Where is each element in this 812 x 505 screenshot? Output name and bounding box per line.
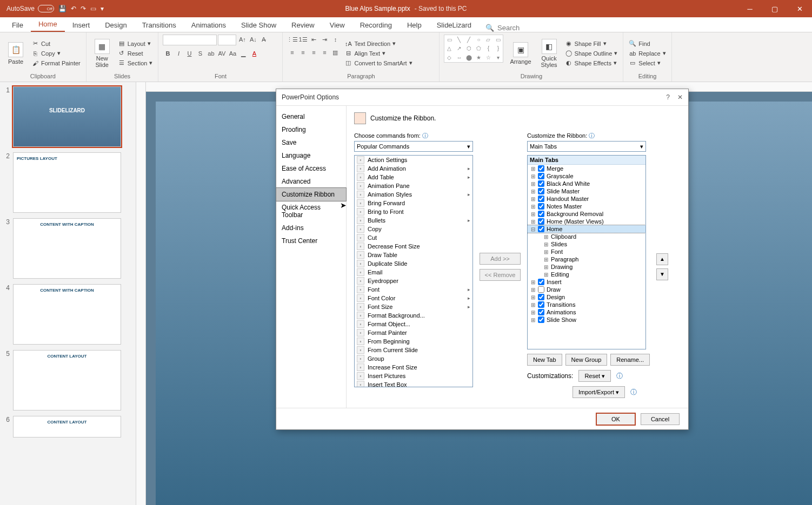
opt-save[interactable]: Save (276, 136, 346, 149)
expand-icon[interactable]: ⊞ (543, 241, 549, 247)
expand-icon[interactable]: ⊞ (530, 279, 536, 285)
slide-thumb-6[interactable]: CONTENT LAYOUT (13, 416, 121, 437)
remove-button[interactable]: << Remove (480, 269, 521, 281)
font-family-input[interactable] (163, 35, 217, 45)
command-item[interactable]: ▫Format Object... (355, 320, 472, 328)
command-item[interactable]: ▫Add Animation▸ (355, 164, 472, 173)
tree-child-node[interactable]: ⊞Editing (528, 271, 645, 278)
info-icon[interactable]: ⓘ (589, 132, 595, 139)
reset-button[interactable]: ↺Reset (117, 49, 154, 58)
redo-icon[interactable]: ↷ (81, 5, 86, 12)
expand-icon[interactable]: ⊞ (543, 249, 549, 255)
tab-recording[interactable]: Recording (352, 18, 400, 32)
cancel-button[interactable]: Cancel (641, 413, 680, 425)
qat-customize-icon[interactable]: ▾ (101, 5, 104, 12)
tab-transitions[interactable]: Transitions (135, 18, 184, 32)
command-item[interactable]: ▫From Current Slide (355, 346, 472, 354)
tree-checkbox[interactable] (538, 309, 544, 315)
command-item[interactable]: ▫Bullets▸ (355, 216, 472, 225)
opt-proofing[interactable]: Proofing (276, 123, 346, 136)
shadow-button[interactable]: S (195, 49, 205, 58)
expand-icon[interactable]: ⊞ (530, 302, 536, 308)
slide-thumb-2[interactable]: PICTURES LAYOUT (13, 152, 121, 213)
tree-child-node[interactable]: ⊞Drawing (528, 263, 645, 271)
command-item[interactable]: ▫Font Color▸ (355, 294, 472, 302)
command-item[interactable]: ▫Copy (355, 225, 472, 233)
command-item[interactable]: ▫Email (355, 268, 472, 277)
opt-addins[interactable]: Add-ins (276, 221, 346, 234)
tree-child-node[interactable]: ⊞Clipboard (528, 233, 645, 240)
slide-thumb-4[interactable]: CONTENT WITH CAPTION (13, 284, 121, 345)
arrange-button[interactable]: ▣Arrange (507, 35, 534, 72)
new-slide-button[interactable]: ▦ New Slide (91, 35, 114, 72)
tab-slidelizard[interactable]: SlideLizard (429, 18, 479, 32)
expand-icon[interactable]: ⊞ (530, 181, 536, 187)
underline-button[interactable]: U (184, 49, 194, 58)
tree-node[interactable]: ⊞Slide Show (528, 316, 645, 324)
info-icon[interactable]: ⓘ (422, 132, 428, 139)
expand-icon[interactable]: ⊞ (530, 287, 536, 293)
italic-button[interactable]: I (174, 49, 183, 58)
command-item[interactable]: ▫Insert Pictures (355, 372, 472, 380)
command-item[interactable]: ▫Animation Pane (355, 181, 472, 190)
move-down-button[interactable]: ▼ (656, 268, 668, 280)
undo-icon[interactable]: ↶ (71, 5, 76, 12)
customize-ribbon-combo[interactable]: Main Tabs▾ (527, 141, 646, 152)
tree-node[interactable]: ⊞Grayscale (528, 172, 645, 180)
command-item[interactable]: ▫Bring to Front (355, 207, 472, 216)
line-spacing-button[interactable]: ↕ (330, 35, 340, 44)
opt-language[interactable]: Language (276, 149, 346, 162)
paste-button[interactable]: 📋 Paste (4, 35, 27, 72)
tree-node[interactable]: ⊞Black And White (528, 180, 645, 187)
tell-me-search[interactable]: 🔍 Search (485, 24, 520, 32)
copy-button[interactable]: ⎘Copy ▾ (30, 49, 82, 58)
expand-icon[interactable]: ⊞ (530, 211, 536, 217)
window-minimize-icon[interactable]: ─ (737, 0, 762, 17)
tree-checkbox[interactable] (538, 218, 544, 225)
tree-node[interactable]: ⊞Merge (528, 165, 645, 172)
tree-node[interactable]: ⊞Insert (528, 278, 645, 286)
tree-checkbox[interactable] (538, 173, 544, 179)
smartart-button[interactable]: ◫Convert to SmartArt ▾ (343, 59, 413, 68)
tree-node[interactable]: ⊞Draw (528, 286, 645, 293)
spacing-button[interactable]: AV (217, 49, 227, 58)
tree-checkbox[interactable] (538, 180, 544, 187)
select-button[interactable]: ▭Select ▾ (628, 59, 667, 68)
ok-button[interactable]: OK (596, 413, 635, 425)
help-icon[interactable]: ? (666, 93, 670, 101)
font-color-button[interactable]: A (249, 49, 259, 58)
opt-customize-ribbon[interactable]: Customize Ribbon (276, 188, 346, 201)
import-export-button[interactable]: Import/Export ▾ (573, 386, 625, 398)
tab-view[interactable]: View (322, 18, 352, 32)
command-item[interactable]: ▫Duplicate Slide (355, 259, 472, 268)
tree-checkbox[interactable] (538, 301, 544, 308)
tab-insert[interactable]: Insert (65, 18, 98, 32)
expand-icon[interactable]: ⊞ (543, 234, 549, 240)
command-item[interactable]: ▫Eyedropper (355, 277, 472, 285)
numbering-button[interactable]: 1☰ (298, 35, 308, 44)
slide-thumb-1[interactable]: SLIDELIZARD (13, 86, 121, 147)
collapse-icon[interactable]: ⊟ (530, 226, 536, 232)
tree-checkbox[interactable] (538, 203, 544, 210)
cut-button[interactable]: ✂Cut (30, 39, 82, 48)
command-item[interactable]: ▫Cut (355, 233, 472, 242)
expand-icon[interactable]: ⊞ (530, 219, 536, 225)
tree-checkbox[interactable] (538, 211, 544, 217)
tree-checkbox[interactable] (538, 286, 544, 293)
info-icon[interactable]: ⓘ (630, 388, 637, 397)
indent-dec-button[interactable]: ⇤ (309, 35, 318, 44)
case-button[interactable]: Aa (228, 49, 237, 58)
quick-styles-button[interactable]: ◧Quick Styles (538, 35, 561, 72)
tab-review[interactable]: Review (284, 18, 322, 32)
text-direction-button[interactable]: ↕AText Direction ▾ (343, 39, 413, 48)
expand-icon[interactable]: ⊞ (543, 257, 549, 262)
columns-button[interactable]: ▥ (330, 48, 340, 57)
tree-child-node[interactable]: ⊞Paragraph (528, 255, 645, 263)
command-item[interactable]: ▫Font Size▸ (355, 302, 472, 311)
tree-node[interactable]: ⊞Notes Master (528, 203, 645, 210)
expand-icon[interactable]: ⊞ (530, 204, 536, 210)
format-painter-button[interactable]: 🖌Format Painter (30, 59, 82, 68)
expand-icon[interactable]: ⊞ (530, 317, 536, 323)
command-item[interactable]: ▫Animation Styles▸ (355, 190, 472, 199)
info-icon[interactable]: ⓘ (616, 372, 623, 381)
